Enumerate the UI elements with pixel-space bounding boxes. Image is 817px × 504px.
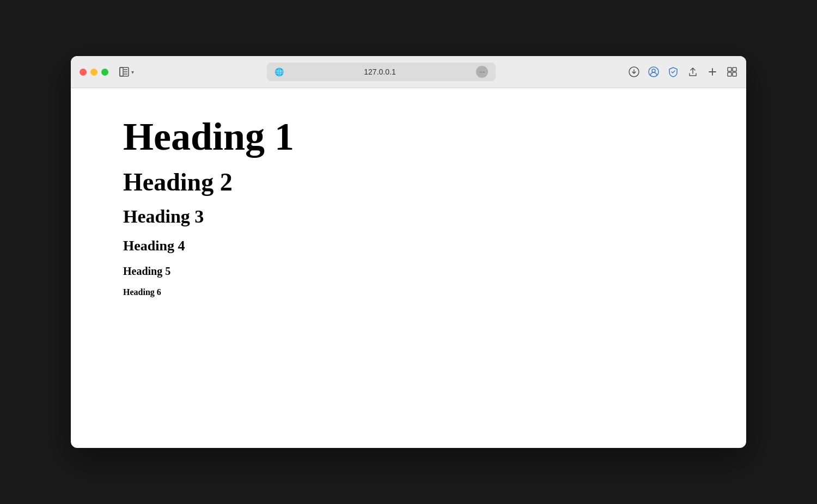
sidebar-toggle-button[interactable]: ▾	[119, 67, 134, 77]
share-icon	[687, 66, 698, 77]
heading-6: Heading 6	[123, 287, 694, 298]
url-text: 127.0.0.1	[288, 67, 472, 76]
share-button[interactable]	[687, 66, 698, 77]
address-bar[interactable]: 🌐 127.0.0.1 ···	[267, 63, 496, 81]
profile-button[interactable]	[648, 66, 659, 77]
svg-rect-10	[728, 72, 731, 76]
chevron-down-icon: ▾	[131, 69, 134, 75]
svg-rect-0	[120, 67, 123, 76]
globe-icon: 🌐	[275, 67, 284, 76]
heading-4: Heading 4	[123, 237, 694, 255]
browser-chrome: ▾ 🌐 127.0.0.1 ···	[71, 56, 746, 88]
ellipsis-icon: ···	[479, 68, 485, 76]
svg-rect-11	[733, 72, 736, 76]
shield-button[interactable]	[668, 66, 679, 77]
tabs-overview-button[interactable]	[727, 66, 737, 77]
traffic-lights	[80, 69, 108, 76]
sidebar-icon	[119, 67, 129, 77]
browser-window: ▾ 🌐 127.0.0.1 ···	[71, 56, 746, 448]
svg-point-7	[652, 69, 655, 72]
address-bar-container: 🌐 127.0.0.1 ···	[141, 63, 622, 81]
new-tab-button[interactable]	[707, 66, 718, 77]
download-button[interactable]	[629, 66, 639, 77]
heading-5: Heading 5	[123, 264, 694, 278]
browser-actions	[629, 66, 737, 77]
minimize-button[interactable]	[90, 69, 97, 76]
more-options-button[interactable]: ···	[476, 66, 488, 78]
add-tab-icon	[707, 66, 718, 77]
download-icon	[629, 66, 639, 77]
maximize-button[interactable]	[101, 69, 108, 76]
heading-2: Heading 2	[123, 167, 694, 197]
svg-rect-8	[728, 67, 731, 71]
heading-3: Heading 3	[123, 206, 694, 228]
svg-rect-9	[733, 67, 736, 71]
close-button[interactable]	[80, 69, 87, 76]
heading-1: Heading 1	[123, 115, 694, 158]
shield-icon	[668, 66, 679, 77]
profile-icon	[648, 66, 659, 77]
tabs-icon	[727, 66, 737, 77]
browser-content: Heading 1 Heading 2 Heading 3 Heading 4 …	[71, 88, 746, 442]
